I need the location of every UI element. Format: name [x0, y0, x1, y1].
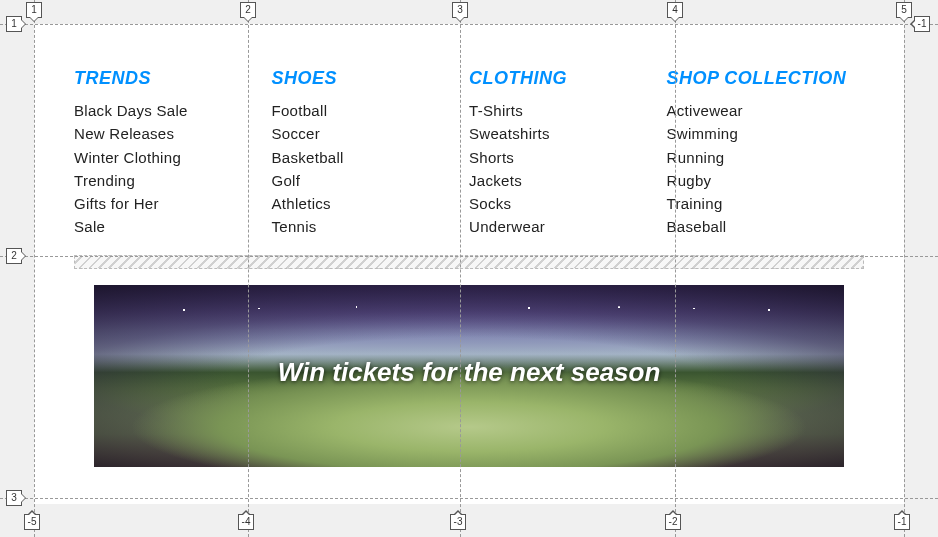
grid-marker-bottom[interactable]: -3: [450, 514, 466, 530]
grid-marker-top[interactable]: 1: [26, 2, 42, 18]
column-list: Football Soccer Basketball Golf Athletic…: [272, 99, 460, 239]
grid-marker-left[interactable]: 1: [6, 16, 22, 32]
grid-gap-indicator: [74, 255, 864, 269]
menu-link[interactable]: Underwear: [469, 215, 657, 238]
menu-link[interactable]: Winter Clothing: [74, 146, 262, 169]
menu-link[interactable]: Shorts: [469, 146, 657, 169]
promo-banner[interactable]: Win tickets for the next season: [94, 285, 844, 467]
promo-banner-caption: Win tickets for the next season: [94, 357, 844, 388]
menu-column-shoes: SHOES Football Soccer Basketball Golf At…: [272, 68, 470, 239]
grid-marker-bottom[interactable]: -1: [894, 514, 910, 530]
menu-columns: TRENDS Black Days Sale New Releases Wint…: [74, 68, 864, 239]
menu-link[interactable]: Activewear: [667, 99, 855, 122]
column-heading: TRENDS: [74, 68, 262, 89]
menu-link[interactable]: Golf: [272, 169, 460, 192]
grid-marker-top[interactable]: 3: [452, 2, 468, 18]
grid-marker-left[interactable]: 3: [6, 490, 22, 506]
menu-link[interactable]: Gifts for Her: [74, 192, 262, 215]
menu-link[interactable]: Socks: [469, 192, 657, 215]
column-list: Black Days Sale New Releases Winter Clot…: [74, 99, 262, 239]
menu-link[interactable]: Baseball: [667, 215, 855, 238]
menu-column-clothing: CLOTHING T-Shirts Sweatshirts Shorts Jac…: [469, 68, 667, 239]
menu-link[interactable]: Training: [667, 192, 855, 215]
menu-link[interactable]: Rugby: [667, 169, 855, 192]
menu-link[interactable]: Sweatshirts: [469, 122, 657, 145]
menu-column-shop-collection: SHOP COLLECTION Activewear Swimming Runn…: [667, 68, 865, 239]
menu-link[interactable]: Football: [272, 99, 460, 122]
grid-vline: [904, 0, 905, 537]
menu-column-trends: TRENDS Black Days Sale New Releases Wint…: [74, 68, 272, 239]
grid-marker-top[interactable]: 2: [240, 2, 256, 18]
menu-link[interactable]: Jackets: [469, 169, 657, 192]
grid-marker-bottom[interactable]: -2: [665, 514, 681, 530]
grid-marker-right[interactable]: -1: [914, 16, 930, 32]
menu-link[interactable]: Sale: [74, 215, 262, 238]
menu-link[interactable]: Basketball: [272, 146, 460, 169]
menu-link[interactable]: New Releases: [74, 122, 262, 145]
column-list: T-Shirts Sweatshirts Shorts Jackets Sock…: [469, 99, 657, 239]
menu-link[interactable]: Soccer: [272, 122, 460, 145]
grid-marker-bottom[interactable]: -4: [238, 514, 254, 530]
grid-marker-left[interactable]: 2: [6, 248, 22, 264]
menu-link[interactable]: Tennis: [272, 215, 460, 238]
column-heading: SHOES: [272, 68, 460, 89]
column-heading: SHOP COLLECTION: [667, 68, 855, 89]
menu-link[interactable]: T-Shirts: [469, 99, 657, 122]
grid-marker-top[interactable]: 4: [667, 2, 683, 18]
menu-link[interactable]: Athletics: [272, 192, 460, 215]
mega-menu-canvas: TRENDS Black Days Sale New Releases Wint…: [34, 24, 904, 504]
column-list: Activewear Swimming Running Rugby Traini…: [667, 99, 855, 239]
grid-marker-top[interactable]: 5: [896, 2, 912, 18]
menu-link[interactable]: Running: [667, 146, 855, 169]
grid-marker-bottom[interactable]: -5: [24, 514, 40, 530]
column-heading: CLOTHING: [469, 68, 657, 89]
menu-link[interactable]: Black Days Sale: [74, 99, 262, 122]
menu-link[interactable]: Swimming: [667, 122, 855, 145]
menu-link[interactable]: Trending: [74, 169, 262, 192]
